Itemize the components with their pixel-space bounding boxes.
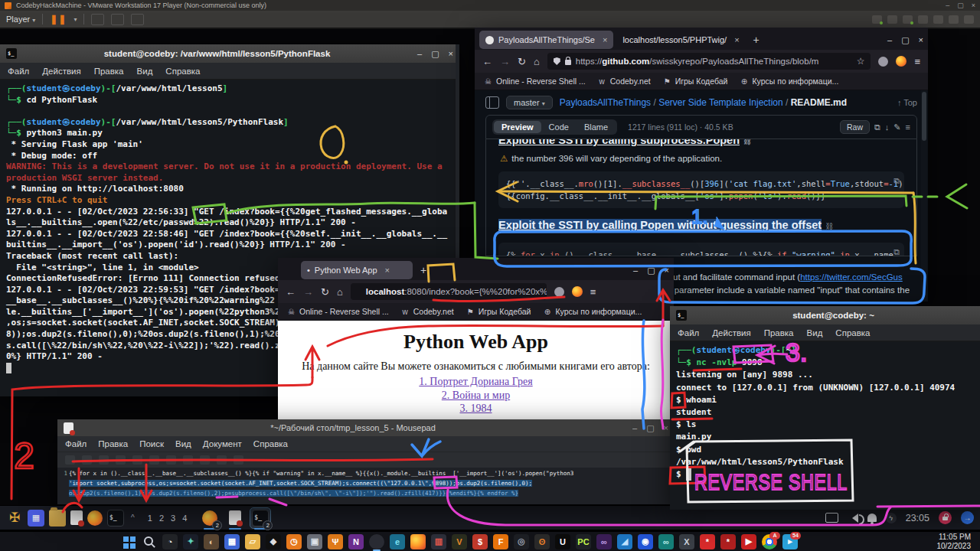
undo-button[interactable] xyxy=(149,455,159,465)
menu-item[interactable]: Документ xyxy=(203,439,242,448)
bookmark-codeby[interactable]: w Codeby.net xyxy=(401,307,454,316)
network-icon[interactable] xyxy=(903,15,913,24)
blender-icon[interactable]: ʘ xyxy=(534,534,550,549)
terminal-titlebar[interactable]: $_ student@codeby: /var/www/html/lesson5… xyxy=(0,44,459,63)
menu-item[interactable]: Правка xyxy=(94,67,124,76)
find-button[interactable] xyxy=(234,455,243,465)
firefox-icon[interactable] xyxy=(87,510,103,526)
pause-dropdown[interactable]: ▾ xyxy=(74,16,77,23)
clock-app-icon[interactable]: ◷ xyxy=(286,534,302,549)
editor-area[interactable]: 1 {% for x in ().__class__.__base__.__su… xyxy=(57,468,675,504)
cut-button[interactable] xyxy=(183,455,193,465)
minimize-button[interactable]: – xyxy=(417,49,422,59)
menu-item[interactable]: Справка xyxy=(253,439,288,448)
bookmark-games[interactable]: ⚑ Игры Кодебай xyxy=(663,77,728,86)
minimize-button[interactable]: – xyxy=(632,423,637,433)
lock-screen-icon[interactable] xyxy=(939,511,952,524)
volume-icon[interactable] xyxy=(848,514,858,523)
app-menu-icon[interactable]: ▦ xyxy=(28,510,44,527)
host-clock[interactable]: 11:05 PM 10/2/2023 xyxy=(937,533,975,550)
save-as-button[interactable] xyxy=(116,455,126,465)
finance-app-icon[interactable]: $ xyxy=(472,534,488,549)
terminal-output[interactable]: ┌──(student㉿codeby)-[~]└─$ nc -nvlp 9898… xyxy=(670,341,980,510)
home-button[interactable]: ⌂ xyxy=(337,286,343,298)
notifications-bell-icon[interactable] xyxy=(867,514,877,522)
new-tab-button[interactable]: + xyxy=(749,34,764,46)
code-block-2[interactable]: ⧉ {% for x in ().__class__.__base__.__su… xyxy=(498,243,904,256)
blade-app-icon[interactable]: X xyxy=(679,534,694,549)
terminal-titlebar[interactable]: $_ student@codeby: ~ xyxy=(670,306,980,324)
telegram-icon[interactable]: ▸ 54 xyxy=(782,534,798,549)
reload-button[interactable]: ↻ xyxy=(321,286,329,298)
pocket-icon[interactable] xyxy=(554,287,564,297)
terminal-icon[interactable]: $_ xyxy=(107,510,124,527)
book-link-2[interactable]: 2. Война и мир xyxy=(278,389,674,403)
firefox-running[interactable]: 2 xyxy=(200,508,220,528)
chrome-icon[interactable] xyxy=(369,534,384,549)
close-button[interactable]: × xyxy=(972,0,975,11)
maximize-button[interactable]: ▢ xyxy=(647,266,655,276)
tracking-shield-icon[interactable] xyxy=(554,57,560,65)
sphere-app-icon[interactable]: ◎ xyxy=(514,534,529,549)
outline-icon[interactable]: ≡ xyxy=(906,122,910,132)
vmware-cube-icon[interactable]: ▣ xyxy=(307,534,322,549)
gear-red-icon-1[interactable]: * xyxy=(700,534,715,549)
close-button[interactable]: × xyxy=(664,423,668,433)
search-icon[interactable] xyxy=(142,534,157,549)
unreal-icon[interactable]: U xyxy=(555,534,570,549)
copy-icon[interactable]: ⧉ xyxy=(874,122,880,132)
printer-icon[interactable] xyxy=(949,15,959,24)
maximize-button[interactable]: ▢ xyxy=(901,35,909,45)
menu-item[interactable]: Действия xyxy=(712,328,750,337)
bookmark-reverse-shell[interactable]: ☠ Online - Reverse Shell ... xyxy=(484,77,586,86)
chevron-up-icon[interactable]: ^ xyxy=(129,514,137,522)
url-bar[interactable]: localhost:8080/index?book={%%20for%20x% … xyxy=(351,283,547,300)
bookmark-star-icon[interactable]: ☆ xyxy=(857,56,865,67)
code-block-1[interactable]: ⧉ {{''.__class__.mro()[1].__subclasses__… xyxy=(498,171,904,208)
vscode-icon[interactable]: ◢ xyxy=(617,534,632,549)
maximize-button[interactable]: ▢ xyxy=(646,423,654,433)
tab-blame[interactable]: Blame xyxy=(577,121,616,133)
cd-icon[interactable] xyxy=(887,15,897,24)
tab-localhost-phptwig[interactable]: localhost/lesson5/PHPTwig/ × xyxy=(616,31,745,49)
scrollbar[interactable] xyxy=(921,90,927,300)
back-to-top-link[interactable]: ↑ Top xyxy=(897,98,917,107)
menu-item[interactable]: Вид xyxy=(137,67,153,76)
minimize-button[interactable]: – xyxy=(633,266,638,276)
firefox-host-icon[interactable] xyxy=(410,534,426,549)
back-button[interactable]: ← xyxy=(482,56,492,67)
menu-item[interactable]: Вид xyxy=(807,328,823,337)
editor-text[interactable]: {% for x in ().__class__.__base__.__subc… xyxy=(69,468,675,504)
home-button[interactable]: ⌂ xyxy=(534,56,540,67)
carrot-app-icon[interactable]: V xyxy=(452,534,467,549)
menu-item[interactable]: Файл xyxy=(65,439,87,448)
bookmark-courses[interactable]: ⊕ Курсы по информаци... xyxy=(740,77,838,86)
send-ctrl-alt-del-button[interactable] xyxy=(91,14,104,25)
mousepad-running[interactable] xyxy=(225,508,245,528)
pause-vm-button[interactable]: ❚❚ xyxy=(50,14,67,24)
mousepad-titlebar[interactable]: *~/Рабочий стол/tmp_lesson_5 - Mousepad … xyxy=(57,419,675,436)
usb-icon[interactable] xyxy=(918,15,928,24)
settings-icon[interactable] xyxy=(964,15,974,24)
redo-button[interactable] xyxy=(166,455,176,465)
back-button[interactable]: ← xyxy=(286,286,296,298)
menu-item[interactable]: Вид xyxy=(175,439,191,448)
f-app-icon[interactable]: F xyxy=(493,534,508,549)
branch-selector[interactable]: master ▾ xyxy=(506,96,553,109)
clock[interactable]: 23:05 xyxy=(906,513,929,523)
visual-studio-icon[interactable]: ∞ xyxy=(596,534,612,549)
tab-python-web-app[interactable]: • Python Web App × xyxy=(301,261,413,279)
fullscreen-button[interactable] xyxy=(111,14,124,25)
close-tab-icon[interactable]: × xyxy=(603,35,607,44)
menu-icon[interactable]: ≡ xyxy=(914,56,920,67)
close-button[interactable]: × xyxy=(449,49,453,59)
copy-button[interactable] xyxy=(200,455,210,465)
bookmark-courses[interactable]: ⊕ Курсы по информаци... xyxy=(543,307,642,316)
raw-button[interactable]: Raw xyxy=(840,120,870,134)
pocket-icon[interactable] xyxy=(878,57,888,67)
sound-icon[interactable] xyxy=(933,15,943,24)
breadcrumb-dir[interactable]: Server Side Template Injection xyxy=(658,97,783,108)
minimize-button[interactable]: – xyxy=(887,35,892,45)
maps-app-icon[interactable]: ◉ xyxy=(638,534,653,549)
start-button[interactable] xyxy=(121,534,136,549)
